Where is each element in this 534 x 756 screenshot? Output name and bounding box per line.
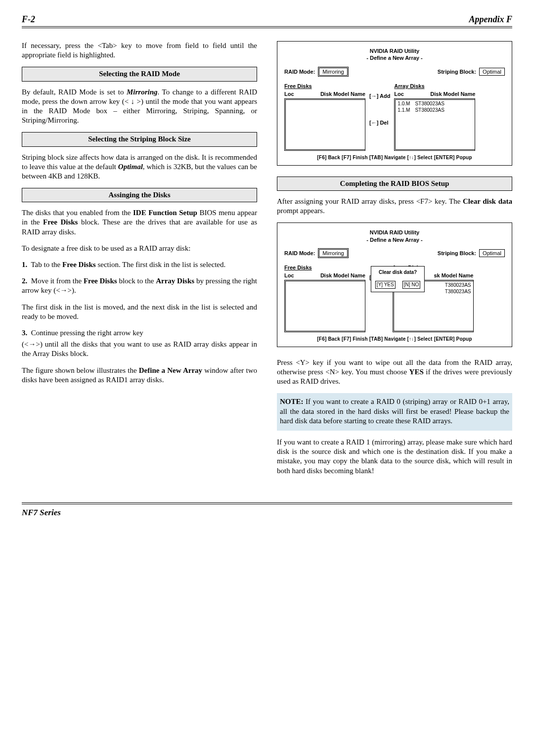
raid-mode-field: RAID Mode: Mirroring <box>284 67 349 77</box>
right-column: NVIDIA RAID Utility - Define a New Array… <box>277 41 512 483</box>
field-label: RAID Mode: <box>284 250 315 256</box>
list-item: 3. Continue pressing the right arrow key <box>22 328 257 338</box>
col-label: Disk Model Name <box>320 272 365 279</box>
disk-name: ST380023AS <box>415 101 445 107</box>
panel-cols: Loc Disk Model Name <box>284 90 365 97</box>
popup-question: Clear disk data? <box>375 269 420 276</box>
move-buttons: [→] Add [←] Del <box>369 83 390 126</box>
array-disks-list: 1.0.MST380023AS 1.1.MST380023AS <box>394 98 475 151</box>
popup-options: [Y] YES [N] NO <box>375 281 420 289</box>
disk-row: 1.1.MST380023AS <box>398 107 473 114</box>
text: By default, RAID Mode is set to <box>22 88 127 96</box>
bold: Clear disk data <box>463 197 512 205</box>
body-text: The figure shown below illustrates the D… <box>22 366 257 385</box>
figure-settings-row: RAID Mode: Mirroring Striping Block: Opt… <box>284 248 505 258</box>
emphasis: Optimal <box>118 163 143 171</box>
note-text: If you want to create a RAID 0 (striping… <box>280 398 509 424</box>
col-label: Disk Model Name <box>430 90 475 97</box>
list-item: 1. Tab to the Free Disks section. The fi… <box>22 260 257 269</box>
raid-mode-field: RAID Mode: Mirroring <box>284 248 349 258</box>
bold: Free Disks <box>84 277 117 285</box>
header-right: Appendix F <box>469 14 512 25</box>
body-text: To designate a free disk to be used as a… <box>22 244 257 253</box>
popup-no: [N] NO <box>402 281 421 289</box>
list-item: 2. Move it from the Free Disks block to … <box>22 276 257 295</box>
two-column-layout: If necessary, press the <Tab> key to mov… <box>22 41 512 483</box>
del-button-label: [←] Del <box>369 119 390 126</box>
body-text: (<→>) until all the disks that you want … <box>22 340 257 358</box>
text: The figure shown below illustrates the <box>22 366 139 374</box>
bold: Free Disks <box>62 261 96 268</box>
raid-utility-figure: NVIDIA RAID Utility - Define a New Array… <box>277 41 512 166</box>
free-disks-list <box>284 280 365 332</box>
striping-block-field: Striping Block: Optimal <box>438 67 505 77</box>
field-value: Mirroring <box>318 67 348 77</box>
title-line: - Define a New Array - <box>366 237 422 243</box>
bold: Array Disks <box>156 277 194 285</box>
field-label: RAID Mode: <box>284 69 315 75</box>
figure-title: NVIDIA RAID Utility - Define a New Array… <box>284 229 505 243</box>
section-heading: Assinging the Disks <box>22 188 257 202</box>
popup-yes: [Y] YES <box>375 281 396 289</box>
disk-loc: 1.0.M <box>398 101 410 107</box>
section-heading: Completing the RAID BIOS Setup <box>277 177 512 191</box>
body-text: Press <Y> key if you want to wipe out al… <box>277 358 512 387</box>
body-text: By default, RAID Mode is set to Mirrorin… <box>22 88 257 126</box>
figure-footer-keys: [F6] Back [F7] Finish [TAB] Navigate [↑↓… <box>284 336 505 343</box>
figure-footer-keys: [F6] Back [F7] Finish [TAB] Navigate [↑↓… <box>284 155 505 161</box>
panel-cols: Loc Disk Model Name <box>284 272 365 279</box>
bold: Define a New Array <box>139 366 202 374</box>
field-value: Optimal <box>479 68 505 76</box>
body-text: If you want to create a RAID 1 (mirrorin… <box>277 438 512 476</box>
disk-loc: 1.1.M <box>398 107 410 114</box>
figure-panels: Free Disks Loc Disk Model Name [←] Del A… <box>284 264 505 332</box>
text: Tab to the <box>31 261 62 268</box>
panel-header: Free Disks <box>284 264 365 271</box>
col-label: Loc <box>284 272 294 279</box>
bold: YES <box>409 368 424 376</box>
free-disks-list <box>284 98 365 151</box>
field-label: Striping Block: <box>438 250 476 256</box>
body-text: Striping block size affects how data is … <box>22 153 257 181</box>
title-line: NVIDIA RAID Utility <box>370 48 419 54</box>
text: prompt appears. <box>277 207 325 215</box>
free-disks-panel: Free Disks Loc Disk Model Name <box>284 83 365 151</box>
col-label: Loc <box>394 90 404 97</box>
col-label: sk Model Name <box>434 272 473 279</box>
clear-disk-popup: Clear disk data? [Y] YES [N] NO <box>371 266 425 293</box>
title-line: - Define a New Array - <box>366 55 422 61</box>
note-label: NOTE: <box>280 398 304 405</box>
disk-name: ST380023AS <box>415 107 445 114</box>
figure-panels: Free Disks Loc Disk Model Name [→] Add [… <box>284 83 505 151</box>
field-value: Mirroring <box>318 248 348 258</box>
field-value: Optimal <box>479 249 505 257</box>
raid-utility-figure-popup: NVIDIA RAID Utility - Define a New Array… <box>277 222 512 347</box>
section-heading: Selecting the RAID Mode <box>22 67 257 81</box>
text: block to the <box>117 277 156 285</box>
list-num: 2. <box>22 277 27 285</box>
page-header: F-2 Appendix F <box>22 14 512 28</box>
note-box: NOTE: If you want to create a RAID 0 (st… <box>277 393 512 431</box>
add-button-label: [→] Add <box>369 92 390 99</box>
text: The disks that you enabled from the <box>22 209 133 217</box>
panel-header: Free Disks <box>284 83 365 89</box>
col-label: Disk Model Name <box>320 90 365 97</box>
figure-settings-row: RAID Mode: Mirroring Striping Block: Opt… <box>284 67 505 77</box>
emphasis: Mirroring <box>127 88 158 96</box>
page-footer: NF7 Series <box>22 502 512 518</box>
panel-cols: Loc Disk Model Name <box>394 90 475 97</box>
bold: Free Disks <box>43 218 78 226</box>
array-disks-panel: Array Disks Loc Disk Model Name 1.0.MST3… <box>394 83 475 151</box>
text: section. The first disk in the list is s… <box>96 261 226 268</box>
col-label: Loc <box>284 90 294 97</box>
text: After assigning your RAID array disks, p… <box>277 197 463 205</box>
free-disks-panel: Free Disks Loc Disk Model Name <box>284 264 365 332</box>
section-heading: Selecting the Striping Block Size <box>22 132 257 146</box>
body-text: The first disk in the list is moved, and… <box>22 303 257 321</box>
list-num: 1. <box>22 261 27 268</box>
left-column: If necessary, press the <Tab> key to mov… <box>22 41 257 483</box>
figure-title: NVIDIA RAID Utility - Define a New Array… <box>284 47 505 62</box>
body-text: The disks that you enabled from the IDE … <box>22 208 257 237</box>
body-text: After assigning your RAID array disks, p… <box>277 197 512 216</box>
text: Move it from the <box>31 277 84 285</box>
